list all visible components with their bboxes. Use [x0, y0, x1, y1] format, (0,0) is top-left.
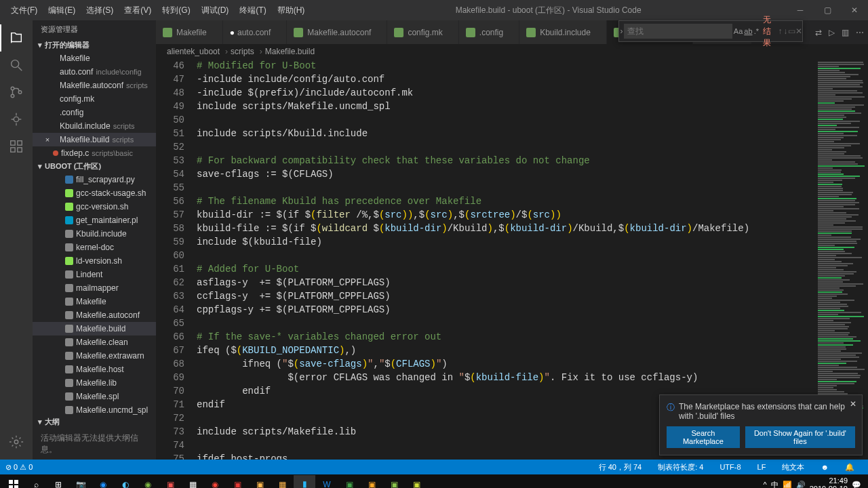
editor-tab[interactable]: Kbuild.include× — [519, 20, 607, 44]
status-eol[interactable]: LF — [757, 462, 766, 472]
file-tree-item[interactable]: Makefile.extrawarn — [33, 349, 156, 363]
explorer-icon[interactable] — [0, 24, 33, 52]
tray-volume-icon[interactable]: 🔊 — [796, 481, 806, 489]
menu-item[interactable]: 编辑(E) — [43, 1, 81, 20]
file-tree-item[interactable]: Makefile.spl — [33, 390, 156, 403]
tray-clock[interactable]: 21:492019-09-10 — [810, 476, 848, 488]
find-toggle-replace-icon[interactable]: › — [619, 26, 624, 36]
editor-tab[interactable]: .config× — [459, 20, 519, 44]
open-editor-item[interactable]: ×Makefile.buildscripts — [33, 133, 156, 146]
find-word-icon[interactable]: ab — [744, 25, 752, 37]
workspace-header[interactable]: ▾UBOOT (工作区) — [33, 160, 156, 173]
file-tree-item[interactable]: get_maintainer.pl — [33, 214, 156, 227]
maximize-button[interactable]: ▢ — [814, 0, 841, 20]
file-tree-item[interactable]: Makefile.lib — [33, 376, 156, 390]
tray-ime-icon[interactable]: 中 — [771, 480, 778, 489]
status-position[interactable]: 行 40，列 74 — [599, 462, 642, 472]
editor-tab[interactable]: config.mk× — [387, 20, 458, 44]
editor-tab[interactable]: Makefile.autoconf× — [287, 20, 387, 44]
open-editor-item[interactable]: config.mk — [33, 92, 156, 106]
open-editor-item[interactable]: Makefile.autoconfscripts — [33, 79, 156, 92]
file-tree-item[interactable]: Makefile.autoconf — [33, 308, 156, 322]
file-tree-item[interactable]: Lindent — [33, 268, 156, 281]
find-close-icon[interactable]: ✕ — [795, 25, 802, 37]
task-view-icon[interactable]: ⊞ — [47, 475, 69, 488]
breadcrumb-item[interactable]: scripts — [231, 47, 254, 56]
open-editor-item[interactable]: Kbuild.includescripts — [33, 119, 156, 133]
menu-item[interactable]: 终端(T) — [234, 1, 271, 20]
taskbar-app-7[interactable]: ▣ — [361, 475, 382, 488]
menu-item[interactable]: 帮助(H) — [272, 1, 311, 20]
find-case-icon[interactable]: Aa — [734, 25, 743, 37]
taskbar-app-excel[interactable]: ▣ — [338, 475, 360, 488]
open-editors-header[interactable]: ▾打开的编辑器 — [33, 39, 156, 52]
search-icon[interactable] — [0, 52, 33, 79]
source-control-icon[interactable] — [0, 79, 33, 106]
status-encoding[interactable]: UTF-8 — [719, 462, 741, 472]
menu-item[interactable]: 转到(G) — [157, 1, 195, 20]
file-tree-item[interactable]: Makefile.build — [33, 322, 156, 336]
status-bell-icon[interactable]: 🔔 — [845, 462, 854, 472]
file-tree-item[interactable]: ld-version.sh — [33, 254, 156, 268]
taskbar-app-6[interactable]: ▦ — [271, 475, 293, 488]
open-editor-item[interactable]: Makefile — [33, 52, 156, 65]
taskbar-app-camera[interactable]: 📷 — [70, 475, 92, 488]
extensions-icon[interactable] — [0, 133, 33, 160]
menu-item[interactable]: 调试(D) — [196, 1, 235, 20]
breadcrumb-item[interactable]: Makefile.build — [265, 47, 315, 56]
find-prev-icon[interactable]: ↑ — [778, 25, 783, 37]
status-spaces[interactable]: 制表符长度: 4 — [658, 462, 703, 472]
breadcrumb-item[interactable]: alientek_uboot — [167, 47, 220, 56]
tray-chevron-icon[interactable]: ^ — [764, 481, 767, 488]
close-editor-icon[interactable]: × — [43, 136, 52, 144]
taskbar-app-9[interactable]: ▣ — [406, 475, 427, 488]
close-button[interactable]: ✕ — [841, 0, 868, 20]
file-tree-item[interactable]: Makefile — [33, 295, 156, 308]
taskbar-app-4[interactable]: ◉ — [204, 475, 226, 488]
find-regex-icon[interactable]: .* — [754, 25, 760, 37]
taskbar-app-vscode[interactable]: ▮ — [294, 475, 315, 488]
file-tree-item[interactable]: gcc-stack-usage.sh — [33, 186, 156, 200]
more-actions-icon[interactable]: ⋯ — [856, 28, 864, 37]
file-tree-item[interactable]: Makefile.host — [33, 363, 156, 376]
taskbar-app-2[interactable]: ▣ — [159, 475, 181, 488]
run-icon[interactable]: ▷ — [829, 28, 835, 37]
taskbar-app-wechat[interactable]: ◉ — [137, 475, 159, 488]
compare-changes-icon[interactable]: ⇄ — [815, 28, 822, 37]
taskbar-app-explorer[interactable]: ▣ — [249, 475, 271, 488]
start-button[interactable] — [3, 475, 24, 488]
file-tree-item[interactable]: gcc-version.sh — [33, 200, 156, 214]
find-input[interactable] — [624, 24, 732, 39]
open-editor-item[interactable]: fixdep.cscripts\basic — [33, 146, 156, 160]
open-editor-item[interactable]: .config — [33, 106, 156, 119]
search-marketplace-button[interactable]: Search Marketplace — [667, 426, 740, 448]
taskbar-app-5[interactable]: ▣ — [226, 475, 248, 488]
split-editor-icon[interactable]: ▥ — [842, 28, 849, 37]
status-feedback-icon[interactable]: ☻ — [821, 462, 829, 472]
open-editor-item[interactable]: auto.confinclude\config — [33, 65, 156, 79]
editor-tab[interactable]: ●auto.conf× — [223, 20, 288, 44]
file-tree-item[interactable]: Kbuild.include — [33, 227, 156, 241]
file-tree-item[interactable]: Makefile.clean — [33, 336, 156, 349]
system-tray[interactable]: ^ 中 📶 🔊 21:492019-09-10 💬 — [764, 476, 865, 488]
taskbar-app-1[interactable]: ◐ — [115, 475, 136, 488]
file-tree-item[interactable]: Makefile.uncmd_spl — [33, 403, 156, 415]
status-language[interactable]: 纯文本 — [782, 462, 804, 472]
tray-notifications-icon[interactable]: 💬 — [852, 481, 861, 489]
outline-header[interactable]: ▾大纲 — [33, 415, 156, 428]
menu-item[interactable]: 文件(F) — [5, 1, 43, 20]
dont-show-again-button[interactable]: Don't Show Again for '.build' files — [745, 426, 855, 448]
file-tree-item[interactable]: fill_scrapyard.py — [33, 173, 156, 186]
taskbar-app-word[interactable]: W — [316, 475, 338, 488]
notification-close-icon[interactable]: ✕ — [850, 399, 856, 409]
taskbar-search-icon[interactable]: ⌕ — [25, 475, 47, 488]
debug-icon[interactable] — [0, 106, 33, 133]
file-tree-item[interactable]: kernel-doc — [33, 241, 156, 254]
find-next-icon[interactable]: ↓ — [783, 25, 788, 37]
tray-network-icon[interactable]: 📶 — [783, 481, 792, 489]
status-errors[interactable]: ⊘0⚠0 — [5, 463, 33, 472]
taskbar-app-edge[interactable]: ◉ — [92, 475, 114, 488]
menu-item[interactable]: 选择(S) — [81, 1, 119, 20]
find-selection-icon[interactable]: ▭ — [788, 25, 795, 37]
minimize-button[interactable]: ─ — [787, 0, 814, 20]
